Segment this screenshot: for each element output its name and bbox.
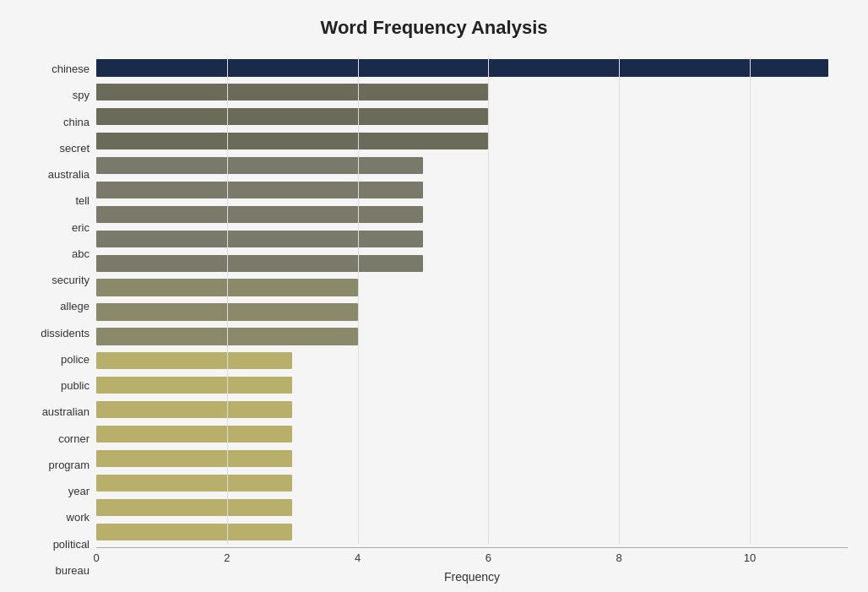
x-tick: 4 <box>355 551 361 564</box>
bar <box>96 279 358 296</box>
y-label: chinese <box>52 56 90 82</box>
bar <box>96 157 423 174</box>
bar <box>96 475 292 492</box>
bar-row <box>96 422 848 447</box>
y-label: program <box>49 452 90 478</box>
x-tick: 8 <box>616 551 622 564</box>
bar-row <box>96 495 848 519</box>
y-label: australian <box>42 399 90 425</box>
y-label: bureau <box>56 557 90 584</box>
bar <box>96 133 488 149</box>
bar <box>96 328 358 345</box>
bar-row <box>96 373 848 398</box>
y-label: political <box>53 531 90 557</box>
bar-row <box>96 56 848 80</box>
bar <box>96 59 828 76</box>
bar-row <box>96 154 848 178</box>
y-label: public <box>61 372 90 399</box>
bar <box>96 426 292 443</box>
bar-row <box>96 202 848 226</box>
bar <box>96 84 488 100</box>
bar <box>96 401 292 418</box>
x-tick: 0 <box>93 551 99 564</box>
bar-row <box>96 226 848 251</box>
y-label: eric <box>72 215 90 241</box>
bar-row <box>96 105 848 129</box>
x-axis-label: Frequency <box>96 570 848 584</box>
bar-row <box>96 251 848 275</box>
y-label: australia <box>48 161 90 187</box>
bar-row <box>96 324 848 349</box>
bar <box>96 303 358 320</box>
y-label: allege <box>60 293 90 319</box>
y-label: dissidents <box>41 320 90 346</box>
y-label: china <box>63 109 90 135</box>
bar-row <box>96 470 848 495</box>
bar <box>96 231 423 247</box>
bar-row <box>96 519 848 544</box>
y-label: work <box>67 504 90 530</box>
bar-row <box>96 275 848 300</box>
y-label: year <box>68 478 90 504</box>
bar <box>96 377 292 394</box>
x-tick: 6 <box>486 551 491 564</box>
y-label: spy <box>73 82 90 108</box>
bar-row <box>96 349 848 373</box>
y-label: secret <box>60 135 90 161</box>
bar-row <box>96 398 848 422</box>
y-label: tell <box>75 187 90 214</box>
y-label: abc <box>72 241 90 267</box>
x-tick: 2 <box>224 551 230 564</box>
y-label: corner <box>58 426 90 452</box>
bar-row <box>96 80 848 105</box>
bar-row <box>96 447 848 471</box>
chart-title: Word Frequency Analysis <box>321 17 548 39</box>
bar <box>96 450 292 467</box>
bar-row <box>96 300 848 324</box>
bar <box>96 499 292 516</box>
bar <box>96 524 292 540</box>
y-label: security <box>52 267 90 293</box>
bar-row <box>96 178 848 203</box>
y-label: police <box>61 346 90 372</box>
bar-row <box>96 129 848 154</box>
x-tick: 10 <box>744 551 756 564</box>
bar <box>96 206 423 223</box>
bar <box>96 255 423 272</box>
bar <box>96 182 423 198</box>
bar <box>96 352 292 369</box>
bar <box>96 108 488 125</box>
